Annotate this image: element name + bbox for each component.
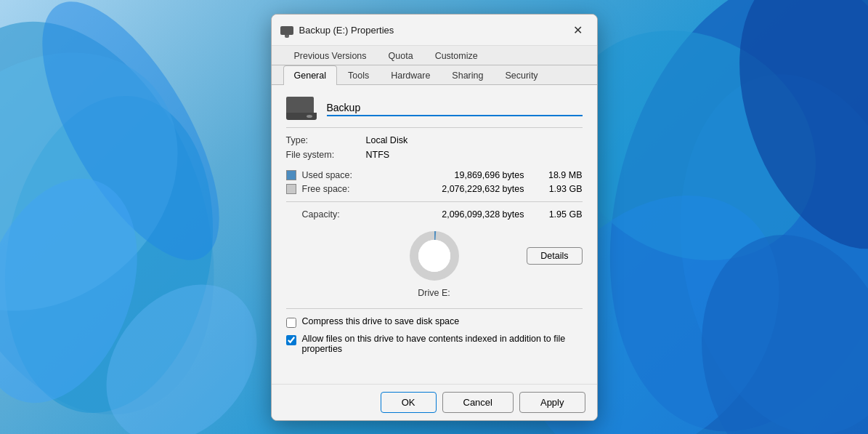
drive-icon	[286, 97, 317, 120]
tabs-bottom-row: General Tools Hardware Sharing Security	[272, 65, 597, 85]
divider-1	[286, 127, 583, 128]
index-checkbox[interactable]	[286, 335, 296, 345]
capacity-human: 1.95 GB	[539, 209, 583, 220]
tabs-top-row: Previous Versions Quota Customize	[272, 46, 597, 65]
tab-sharing[interactable]: Sharing	[441, 65, 494, 85]
free-space-bytes: 2,076,229,632 bytes	[368, 184, 539, 194]
capacity-label: Capacity:	[302, 209, 362, 220]
type-value: Local Disk	[366, 135, 408, 145]
dialog-overlay: Backup (E:) Properties ✕ Previous Versio…	[0, 0, 868, 434]
free-space-color	[286, 184, 296, 194]
cancel-button[interactable]: Cancel	[442, 392, 514, 413]
disk-usage-chart	[405, 227, 463, 285]
ok-button[interactable]: OK	[381, 392, 437, 413]
used-space-row: Used space: 19,869,696 bytes 18.9 MB	[286, 170, 583, 180]
details-button[interactable]: Details	[527, 247, 582, 265]
properties-dialog: Backup (E:) Properties ✕ Previous Versio…	[271, 14, 598, 421]
close-button[interactable]: ✕	[568, 20, 588, 41]
dialog-title: Backup (E:) Properties	[299, 25, 394, 36]
button-bar: OK Cancel Apply	[272, 384, 597, 420]
checkbox-section: Compress this drive to save disk space A…	[286, 308, 583, 354]
title-bar-left: Backup (E:) Properties	[280, 25, 394, 36]
title-bar-icon	[280, 26, 293, 35]
tab-hardware[interactable]: Hardware	[380, 65, 441, 85]
used-space-bytes: 19,869,696 bytes	[368, 170, 539, 180]
compress-checkbox[interactable]	[286, 318, 296, 328]
title-bar: Backup (E:) Properties ✕	[272, 15, 597, 46]
tab-previous-versions[interactable]: Previous Versions	[283, 46, 378, 65]
apply-button[interactable]: Apply	[519, 392, 585, 413]
free-space-label: Free space:	[302, 184, 368, 194]
type-row: Type: Local Disk	[286, 135, 583, 145]
drive-name-input[interactable]	[327, 100, 583, 116]
chart-row: Details	[286, 227, 583, 285]
chart-center	[418, 240, 450, 272]
capacity-row: Capacity: 2,096,099,328 bytes 1.95 GB	[286, 209, 583, 220]
free-space-human: 1.93 GB	[539, 184, 583, 194]
type-label: Type:	[286, 135, 366, 145]
used-space-color	[286, 170, 296, 180]
index-label: Allow files on this drive to have conten…	[302, 334, 583, 354]
capacity-bytes: 2,096,099,328 bytes	[362, 209, 539, 220]
used-space-human: 18.9 MB	[539, 170, 583, 180]
compress-row: Compress this drive to save disk space	[286, 316, 583, 328]
filesystem-row: File system: NTFS	[286, 150, 583, 160]
used-space-label: Used space:	[302, 170, 368, 180]
dialog-content: Type: Local Disk File system: NTFS Used …	[272, 85, 597, 384]
drive-header	[286, 97, 583, 120]
index-row: Allow files on this drive to have conten…	[286, 334, 583, 354]
tab-customize[interactable]: Customize	[424, 46, 489, 65]
free-space-row: Free space: 2,076,229,632 bytes 1.93 GB	[286, 184, 583, 194]
tab-quota[interactable]: Quota	[378, 46, 424, 65]
tab-general[interactable]: General	[283, 65, 337, 85]
divider-2	[286, 201, 583, 202]
filesystem-label: File system:	[286, 150, 366, 160]
tab-tools[interactable]: Tools	[337, 65, 380, 85]
compress-label: Compress this drive to save disk space	[302, 316, 460, 326]
tab-security[interactable]: Security	[494, 65, 548, 85]
filesystem-value: NTFS	[366, 150, 390, 160]
drive-label-text: Drive E:	[286, 288, 583, 298]
